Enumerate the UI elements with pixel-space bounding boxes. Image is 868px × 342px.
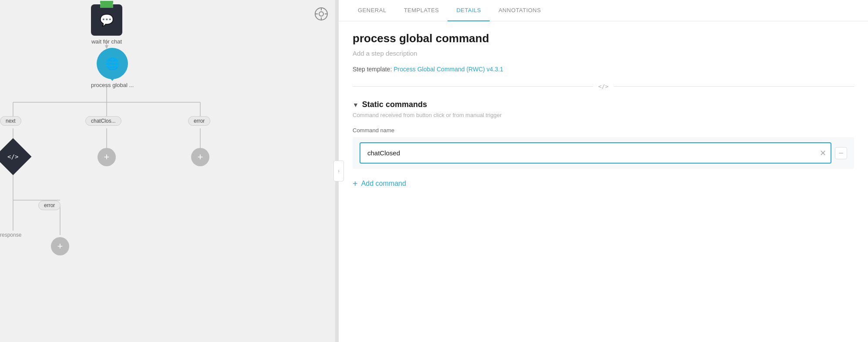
plus-icon: + [353,179,358,188]
static-commands-section-header: ▼ Static commands [353,100,854,109]
command-row: ✕ [353,137,854,169]
svg-point-14 [319,12,323,16]
section-divider: </> [353,83,854,90]
process-global-label: process global ... [91,82,134,88]
diamond-node[interactable]: </> [0,144,26,170]
command-input-wrap: ✕ [360,142,831,164]
collapse-panel-btn[interactable]: › [333,161,344,181]
static-commands-title: Static commands [362,100,427,109]
chatos-branch: chatClos... [85,117,121,124]
command-name-label: Command name [353,127,854,134]
details-content: process global command Add a step descri… [339,21,868,342]
step-template-link[interactable]: Process Global Command (RWC) v4.3.1 [394,66,503,73]
svg-rect-19 [839,153,843,154]
flow-panel: 💬 wait for chat 🌐 process global ... nex… [0,0,335,342]
error-plus-bottom[interactable]: + [51,237,69,255]
command-name-input[interactable] [360,142,831,164]
detail-title: process global command [353,32,854,45]
locate-icon[interactable] [313,6,329,23]
delete-row-btn[interactable] [835,147,847,159]
tab-general[interactable]: GENERAL [349,0,395,21]
response-label: response [0,231,21,238]
wait-for-chat-node[interactable]: 💬 wait for chat [91,4,122,45]
step-template: Step template: Process Global Command (R… [353,66,854,73]
error-branch-top: error [188,117,210,124]
next-branch: next [0,117,21,124]
error-plus-btn[interactable]: + [191,148,209,166]
chatos-plus-btn[interactable]: + [98,148,116,166]
wait-for-chat-label: wait for chat [91,38,122,45]
error-node: error [38,201,61,209]
clear-input-btn[interactable]: ✕ [820,149,826,157]
static-commands-subtitle: Command received from button click or fr… [353,112,854,118]
tab-templates[interactable]: TEMPLATES [395,0,448,21]
details-panel-wrapper: › GENERAL TEMPLATES DETAILS ANNOTATIONS … [339,0,868,342]
tab-details[interactable]: DETAILS [447,0,490,21]
tab-annotations[interactable]: ANNOTATIONS [490,0,549,21]
detail-description: Add a step description [353,50,854,57]
tabs-bar: GENERAL TEMPLATES DETAILS ANNOTATIONS [339,0,868,21]
add-command-button[interactable]: + Add command [353,176,406,191]
chevron-down-icon: ▼ [353,101,359,108]
details-panel: GENERAL TEMPLATES DETAILS ANNOTATIONS pr… [339,0,868,342]
process-global-node[interactable]: 🌐 process global ... [91,48,134,88]
